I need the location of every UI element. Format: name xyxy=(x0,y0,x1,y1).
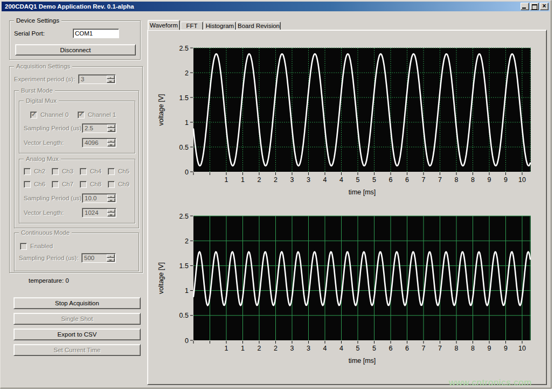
spin-up-button[interactable] xyxy=(107,139,115,143)
spin-up-button[interactable] xyxy=(107,194,115,198)
svg-text:2.5: 2.5 xyxy=(179,45,189,52)
x-axis-label: time [ms] xyxy=(349,357,376,365)
svg-text:4: 4 xyxy=(323,345,327,352)
experiment-period-label: Experiment period (s): xyxy=(14,76,75,82)
stop-acquisition-button[interactable]: Stop Acquisition xyxy=(13,297,141,309)
svg-text:2: 2 xyxy=(258,176,261,184)
close-button[interactable]: × xyxy=(540,3,549,10)
digital-sampling-period-stepper[interactable]: 2.5 xyxy=(82,123,116,133)
svg-text:9: 9 xyxy=(488,345,491,352)
serial-port-input[interactable] xyxy=(73,29,119,38)
spin-down-button[interactable] xyxy=(107,198,115,202)
ch3-checkbox[interactable] xyxy=(52,168,59,175)
ch4-checkbox[interactable] xyxy=(80,168,87,175)
window-controls: × xyxy=(521,3,549,10)
maximize-button[interactable] xyxy=(530,3,539,10)
spin-up-button[interactable] xyxy=(107,75,115,79)
ch5-checkbox[interactable] xyxy=(108,168,115,175)
arrow-down-icon xyxy=(109,214,113,216)
x-tick-labels: 11223344556677889910 xyxy=(225,176,526,184)
arrow-down-icon xyxy=(109,81,112,83)
svg-text:1.5: 1.5 xyxy=(179,94,189,102)
export-csv-button[interactable]: Export to CSV xyxy=(13,328,141,340)
disconnect-button[interactable]: Disconnect xyxy=(15,44,136,55)
analog-sampling-period-value: 10.0 xyxy=(85,195,96,201)
check-icon: ✓ xyxy=(31,111,36,118)
digital-vector-length-stepper[interactable]: 4096 xyxy=(82,138,116,148)
spin-down-button[interactable] xyxy=(107,128,115,132)
svg-text:2: 2 xyxy=(274,176,278,184)
svg-text:1.5: 1.5 xyxy=(179,262,189,270)
spin-up-button[interactable] xyxy=(107,209,115,213)
tab-fft[interactable]: FFT xyxy=(181,22,203,30)
channel1-checkbox[interactable]: ✓ xyxy=(78,111,85,118)
continuous-sampling-period-stepper[interactable]: 500 xyxy=(81,253,116,263)
analog-sampling-period-stepper[interactable]: 10.0 xyxy=(82,193,116,203)
svg-text:8: 8 xyxy=(455,345,459,352)
x-axis-label: time [ms] xyxy=(349,188,376,196)
minimize-icon xyxy=(522,8,526,9)
waveform-plot-2khz: 112233445566778899102.521.510.50time [ms… xyxy=(151,211,545,372)
app-window: 200CDAQ1 Demo Application Rev. 0.1-alpha… xyxy=(0,0,552,389)
y-axis-label: voltage [V] xyxy=(157,94,165,125)
svg-text:8: 8 xyxy=(455,176,459,184)
set-current-time-button[interactable]: Set Current Time xyxy=(13,344,141,356)
ch2-checkbox[interactable] xyxy=(24,168,31,175)
spin-up-button[interactable] xyxy=(107,124,115,128)
spin-down-button[interactable] xyxy=(107,258,115,262)
ch2-label: Ch2 xyxy=(34,168,45,174)
spin-down-button[interactable] xyxy=(107,143,115,146)
experiment-period-value: 3 xyxy=(81,76,84,82)
experiment-period-stepper[interactable]: 3 xyxy=(78,74,116,84)
svg-text:1: 1 xyxy=(241,176,245,184)
digital-sampling-period-label: Sampling Period (us): xyxy=(24,125,84,131)
maximize-icon xyxy=(532,4,537,10)
svg-text:9: 9 xyxy=(504,345,508,352)
digital-vector-length-label: Vector Length: xyxy=(24,139,64,146)
tab-waveform[interactable]: Waveform xyxy=(148,20,180,30)
analog-vector-length-value: 1024 xyxy=(85,209,99,216)
single-shot-button[interactable]: Single Shot xyxy=(13,313,141,325)
arrow-down-icon xyxy=(109,130,113,132)
acquisition-settings-group: Acquisition Settings Experiment period (… xyxy=(9,66,143,273)
device-settings-group: Device Settings Serial Port: Disconnect xyxy=(9,20,141,60)
close-icon: × xyxy=(540,3,548,10)
svg-text:3: 3 xyxy=(307,345,310,352)
svg-text:0: 0 xyxy=(185,169,189,176)
ch9-checkbox[interactable] xyxy=(108,181,115,188)
svg-text:7: 7 xyxy=(438,345,442,352)
spin-up-button[interactable] xyxy=(107,254,115,258)
ch9-label: Ch9 xyxy=(118,181,129,187)
analog-vector-length-stepper[interactable]: 1024 xyxy=(82,208,116,218)
svg-text:1: 1 xyxy=(185,119,189,127)
svg-text:2.5: 2.5 xyxy=(179,213,189,220)
arrow-down-icon xyxy=(109,144,113,146)
ch6-checkbox[interactable] xyxy=(24,181,31,188)
check-icon: ✓ xyxy=(79,111,84,118)
temperature-readout: temperature: 0 xyxy=(29,277,69,284)
svg-text:7: 7 xyxy=(422,345,426,352)
ch3-label: Ch3 xyxy=(62,168,73,174)
svg-text:8: 8 xyxy=(471,176,475,184)
channel0-checkbox[interactable]: ✓ xyxy=(30,111,37,118)
svg-text:9: 9 xyxy=(504,176,508,184)
svg-text:2: 2 xyxy=(185,69,189,77)
svg-text:8: 8 xyxy=(471,345,475,352)
minimize-button[interactable] xyxy=(521,3,529,10)
tab-histogram[interactable]: Histogram xyxy=(204,22,236,30)
spin-down-button[interactable] xyxy=(107,79,115,83)
spin-down-button[interactable] xyxy=(107,213,115,216)
arrow-down-icon xyxy=(109,200,113,202)
ch8-checkbox[interactable] xyxy=(80,181,87,188)
svg-text:0: 0 xyxy=(185,337,189,345)
digital-sampling-period-value: 2.5 xyxy=(85,125,93,131)
tab-board-revision[interactable]: Board Revision xyxy=(237,22,281,30)
continuous-enabled-checkbox[interactable] xyxy=(20,243,27,250)
serial-port-label: Serial Port: xyxy=(14,30,45,37)
channel0-label: Channel 0 xyxy=(40,111,68,118)
ch5-label: Ch5 xyxy=(118,168,129,174)
svg-text:2: 2 xyxy=(185,237,189,245)
ch7-checkbox[interactable] xyxy=(52,181,59,188)
waveform-chart-top: 112233445566778899102.521.510.50time [ms… xyxy=(151,43,545,204)
continuous-sampling-period-label: Sampling Period (us): xyxy=(19,255,79,261)
